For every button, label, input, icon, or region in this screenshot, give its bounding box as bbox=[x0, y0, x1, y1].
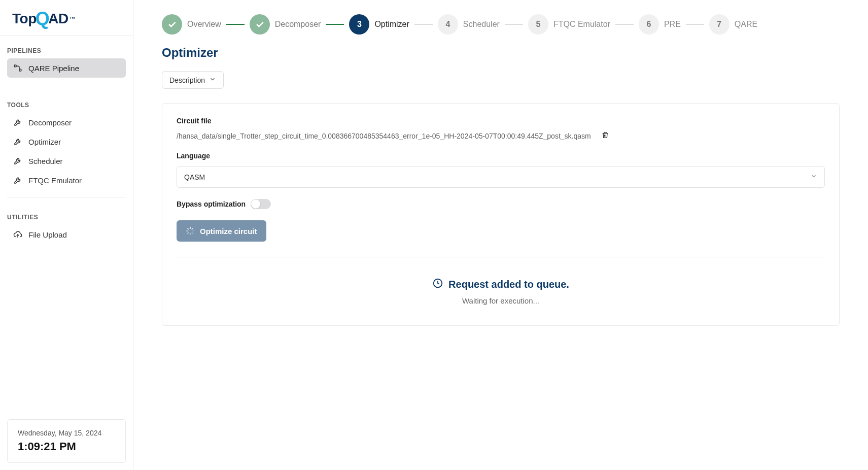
queue-subtext: Waiting for execution... bbox=[177, 296, 825, 305]
language-label: Language bbox=[177, 152, 825, 160]
step-number: 3 bbox=[349, 14, 369, 35]
step-label: Scheduler bbox=[463, 20, 500, 29]
datetime-date: Wednesday, May 15, 2024 bbox=[18, 429, 115, 437]
wrench-icon bbox=[13, 118, 22, 127]
sidebar-item-label: FTQC Emulator bbox=[28, 176, 82, 185]
sidebar: TopQAD™ PIPELINES QARE Pipeline TOOLS De… bbox=[0, 0, 133, 470]
step-connector bbox=[505, 24, 523, 25]
wrench-icon bbox=[13, 156, 22, 165]
datetime-time: 1:09:21 PM bbox=[18, 440, 115, 453]
circuit-file-label: Circuit file bbox=[177, 117, 825, 125]
sidebar-item-decomposer[interactable]: Decomposer bbox=[7, 113, 126, 132]
step-connector bbox=[414, 24, 433, 25]
circuit-file-path: /hansa_data/single_Trotter_step_circuit_… bbox=[177, 132, 591, 140]
step-connector bbox=[326, 24, 344, 25]
logo-tm: ™ bbox=[70, 15, 76, 22]
upload-cloud-icon bbox=[13, 230, 22, 239]
sidebar-item-label: Optimizer bbox=[28, 138, 61, 146]
step-overview[interactable]: Overview bbox=[162, 14, 221, 35]
nav-header-pipelines: PIPELINES bbox=[7, 43, 126, 58]
page-title: Optimizer bbox=[162, 46, 840, 60]
sidebar-item-file-upload[interactable]: File Upload bbox=[7, 225, 126, 244]
bypass-label: Bypass optimization bbox=[177, 200, 246, 208]
wrench-icon bbox=[13, 137, 22, 146]
step-qare[interactable]: 7 QARE bbox=[709, 14, 757, 35]
step-ftqc-emulator[interactable]: 5 FTQC Emulator bbox=[528, 14, 610, 35]
chevron-down-icon bbox=[810, 173, 817, 181]
nav-divider bbox=[7, 197, 126, 197]
svg-line-9 bbox=[192, 228, 193, 229]
language-value: QASM bbox=[184, 173, 205, 181]
step-label: FTQC Emulator bbox=[553, 20, 610, 29]
step-optimizer[interactable]: 3 Optimizer bbox=[349, 14, 409, 35]
step-number: 4 bbox=[438, 14, 458, 35]
step-decomposer[interactable]: Decomposer bbox=[250, 14, 321, 35]
language-select[interactable]: QASM bbox=[177, 166, 825, 188]
description-label: Description bbox=[169, 76, 205, 84]
sidebar-item-label: Scheduler bbox=[28, 157, 63, 165]
nav-header-tools: TOOLS bbox=[7, 97, 126, 113]
optimize-button-label: Optimize circuit bbox=[200, 227, 257, 236]
main-content: Overview Decomposer 3 Optimizer 4 Schedu… bbox=[133, 0, 868, 470]
step-scheduler[interactable]: 4 Scheduler bbox=[438, 14, 500, 35]
chevron-down-icon bbox=[209, 76, 216, 84]
logo-text-q: Q bbox=[36, 8, 50, 29]
svg-line-8 bbox=[188, 232, 189, 233]
bypass-toggle[interactable] bbox=[251, 199, 271, 209]
delete-file-button[interactable] bbox=[601, 131, 609, 141]
svg-line-4 bbox=[188, 228, 189, 229]
svg-rect-0 bbox=[14, 65, 16, 67]
clock-icon bbox=[432, 278, 443, 291]
step-pre[interactable]: 6 PRE bbox=[639, 14, 681, 35]
trash-icon bbox=[601, 131, 609, 141]
sidebar-item-optimizer[interactable]: Optimizer bbox=[7, 132, 126, 151]
description-toggle-button[interactable]: Description bbox=[162, 71, 224, 89]
sidebar-item-scheduler[interactable]: Scheduler bbox=[7, 151, 126, 171]
queue-status: Request added to queue. Waiting for exec… bbox=[177, 278, 825, 305]
step-label: QARE bbox=[735, 20, 757, 29]
step-connector bbox=[615, 24, 634, 25]
sidebar-item-label: File Upload bbox=[28, 230, 67, 239]
step-connector bbox=[226, 24, 245, 25]
sidebar-item-ftqc-emulator[interactable]: FTQC Emulator bbox=[7, 171, 126, 190]
loading-spinner-icon bbox=[186, 226, 195, 236]
queue-title-text: Request added to queue. bbox=[448, 279, 569, 290]
pipeline-icon bbox=[13, 63, 22, 73]
nav-divider bbox=[7, 85, 126, 85]
nav-header-utilities: UTILITIES bbox=[7, 210, 126, 225]
stepper: Overview Decomposer 3 Optimizer 4 Schedu… bbox=[162, 14, 840, 35]
datetime-card: Wednesday, May 15, 2024 1:09:21 PM bbox=[7, 419, 126, 463]
logo-text-top: Top bbox=[12, 11, 37, 27]
optimizer-panel: Circuit file /hansa_data/single_Trotter_… bbox=[162, 103, 840, 326]
check-icon bbox=[162, 14, 182, 35]
sidebar-item-label: Decomposer bbox=[28, 118, 72, 127]
optimize-circuit-button[interactable]: Optimize circuit bbox=[177, 220, 266, 242]
step-label: Overview bbox=[187, 20, 221, 29]
check-icon bbox=[250, 14, 270, 35]
panel-divider bbox=[177, 257, 825, 257]
svg-line-5 bbox=[192, 232, 193, 233]
sidebar-item-label: QARE Pipeline bbox=[28, 64, 79, 73]
step-label: Optimizer bbox=[374, 20, 409, 29]
step-number: 5 bbox=[528, 14, 548, 35]
logo: TopQAD™ bbox=[0, 0, 133, 36]
step-label: Decomposer bbox=[275, 20, 321, 29]
wrench-icon bbox=[13, 176, 22, 185]
svg-rect-1 bbox=[19, 69, 21, 71]
step-label: PRE bbox=[664, 20, 681, 29]
sidebar-item-qare-pipeline[interactable]: QARE Pipeline bbox=[7, 58, 126, 78]
step-connector bbox=[686, 24, 704, 25]
step-number: 7 bbox=[709, 14, 730, 35]
toggle-knob bbox=[251, 199, 260, 209]
step-number: 6 bbox=[639, 14, 659, 35]
logo-text-ad: AD bbox=[48, 11, 68, 27]
